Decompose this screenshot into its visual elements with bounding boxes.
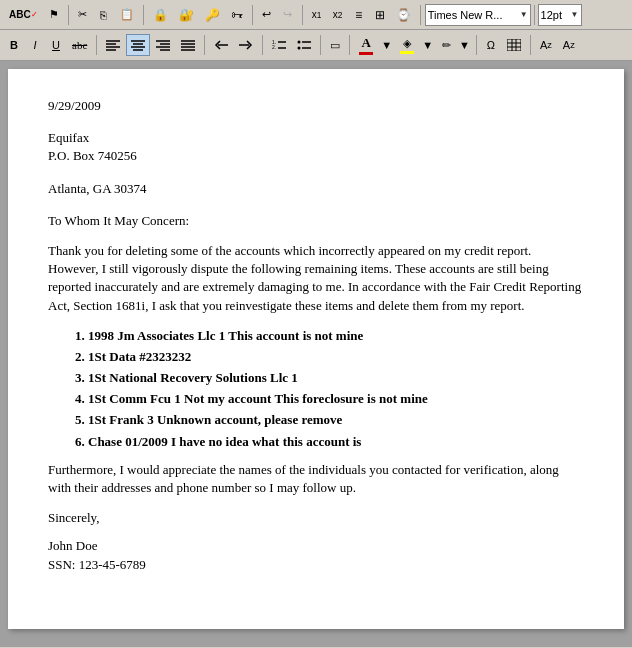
list-item: 1St National Recovery Solutions Llc 1 bbox=[88, 369, 584, 387]
sep3 bbox=[252, 5, 253, 25]
font-dropdown-arrow: ▼ bbox=[520, 10, 528, 19]
doc-addressee: Equifax P.O. Box 740256 bbox=[48, 129, 584, 165]
cut-btn[interactable]: ✂ bbox=[73, 4, 93, 26]
toolbar-group-4: ↩ ↪ bbox=[257, 4, 298, 26]
size-dropdown[interactable]: 12pt ▼ bbox=[538, 4, 582, 26]
redo-btn[interactable]: ↪ bbox=[278, 4, 298, 26]
font-size-display: 12pt bbox=[541, 9, 569, 21]
body-para1-text: Thank you for deleting some of the accou… bbox=[48, 243, 581, 313]
toolbar-group-3: 🔒 🔐 🔑 🗝 bbox=[148, 4, 248, 26]
grid-btn[interactable]: ⊞ bbox=[370, 4, 390, 26]
sep6 bbox=[534, 5, 535, 25]
lock3-btn[interactable]: 🔑 bbox=[200, 4, 225, 26]
doc-salutation: To Whom It May Concern: bbox=[48, 212, 584, 230]
undo-btn[interactable]: ↩ bbox=[257, 4, 277, 26]
highlight-btn[interactable]: ◈ bbox=[395, 34, 419, 56]
doc-date: 9/29/2009 bbox=[48, 97, 584, 115]
spelling-btn[interactable]: ABC ✓ bbox=[4, 4, 43, 26]
svg-point-22 bbox=[298, 41, 301, 44]
list-item: Chase 01/2009 I have no idea what this a… bbox=[88, 433, 584, 451]
body-para2-text: Furthermore, I would appreciate the name… bbox=[48, 462, 559, 495]
list-item: 1St Frank 3 Unknown account, please remo… bbox=[88, 411, 584, 429]
font-selector-group: Times New R... ▼ 12pt ▼ bbox=[425, 4, 582, 26]
subscript2-btn[interactable]: Az bbox=[558, 34, 580, 56]
align-left-btn[interactable] bbox=[101, 34, 125, 56]
sep13 bbox=[530, 35, 531, 55]
lock1-btn[interactable]: 🔒 bbox=[148, 4, 173, 26]
sep5 bbox=[420, 5, 421, 25]
font-color-dropdown[interactable]: ▼ bbox=[379, 34, 394, 56]
pen-btn[interactable]: ✏ bbox=[436, 34, 456, 56]
font-name-display: Times New R... bbox=[428, 9, 518, 21]
strikethrough-btn[interactable]: abc bbox=[67, 34, 92, 56]
align-right-btn[interactable] bbox=[151, 34, 175, 56]
pen-dropdown[interactable]: ▼ bbox=[457, 34, 472, 56]
toolbar-row1: ABC ✓ ⚑ ✂ ⎘ 📋 🔒 🔐 🔑 🗝 ↩ ↪ x1 x2 bbox=[0, 0, 632, 30]
script-group: Az Az bbox=[535, 34, 580, 56]
align-group bbox=[101, 34, 200, 56]
sep2 bbox=[143, 5, 144, 25]
lock2-btn[interactable]: 🔐 bbox=[174, 4, 199, 26]
indent-dec-btn[interactable] bbox=[209, 34, 233, 56]
lock4-btn[interactable]: 🗝 bbox=[226, 4, 248, 26]
address-line1: P.O. Box 740256 bbox=[48, 147, 584, 165]
doc-signature: John Doe SSN: 123-45-6789 bbox=[48, 537, 584, 573]
svg-text:2.: 2. bbox=[272, 44, 276, 50]
align-justify-btn[interactable] bbox=[176, 34, 200, 56]
doc-list: 1998 Jm Associates Llc 1 This account is… bbox=[78, 327, 584, 451]
list-item: 1St Comm Fcu 1 Not my account This forec… bbox=[88, 390, 584, 408]
list-group: 1.2. bbox=[267, 34, 316, 56]
table-btn[interactable] bbox=[502, 34, 526, 56]
ordered-list-btn[interactable]: 1.2. bbox=[267, 34, 291, 56]
bold-btn[interactable]: B bbox=[4, 34, 24, 56]
flag-btn[interactable]: ⚑ bbox=[44, 4, 64, 26]
insert-group: ▭ bbox=[325, 34, 345, 56]
frame-btn[interactable]: ▭ bbox=[325, 34, 345, 56]
toolbar-area: ABC ✓ ⚑ ✂ ⎘ 📋 🔒 🔐 🔑 🗝 ↩ ↪ x1 x2 bbox=[0, 0, 632, 61]
sep9 bbox=[262, 35, 263, 55]
svg-rect-26 bbox=[507, 39, 521, 51]
signer-name: John Doe bbox=[48, 537, 584, 555]
omega-btn[interactable]: Ω bbox=[481, 34, 501, 56]
highlight-dropdown[interactable]: ▼ bbox=[420, 34, 435, 56]
doc-city: Atlanta, GA 30374 bbox=[48, 180, 584, 198]
superscript2-btn[interactable]: Az bbox=[535, 34, 557, 56]
sep1 bbox=[68, 5, 69, 25]
list-item: 1St Data #2323232 bbox=[88, 348, 584, 366]
toolbar-group-2: ✂ ⎘ 📋 bbox=[73, 4, 139, 26]
sep4 bbox=[302, 5, 303, 25]
underline-btn[interactable]: U bbox=[46, 34, 66, 56]
sep10 bbox=[320, 35, 321, 55]
sep7 bbox=[96, 35, 97, 55]
size-dropdown-arrow: ▼ bbox=[571, 10, 579, 19]
sep8 bbox=[204, 35, 205, 55]
date-text: 9/29/2009 bbox=[48, 98, 101, 113]
ssn-line: SSN: 123-45-6789 bbox=[48, 556, 584, 574]
unordered-list-btn[interactable] bbox=[292, 34, 316, 56]
timer-btn[interactable]: ⌚ bbox=[391, 4, 416, 26]
format-group: B I U abc bbox=[4, 34, 92, 56]
city-state-zip: Atlanta, GA 30374 bbox=[48, 181, 147, 196]
subscript-btn[interactable]: x2 bbox=[328, 4, 348, 26]
svg-point-24 bbox=[298, 47, 301, 50]
list-item: 1998 Jm Associates Llc 1 This account is… bbox=[88, 327, 584, 345]
italic-btn[interactable]: I bbox=[25, 34, 45, 56]
sep12 bbox=[476, 35, 477, 55]
doc-area[interactable]: 9/29/2009 Equifax P.O. Box 740256 Atlant… bbox=[0, 61, 632, 647]
indent-group bbox=[209, 34, 258, 56]
doc-page: 9/29/2009 Equifax P.O. Box 740256 Atlant… bbox=[8, 69, 624, 629]
indent-inc-btn[interactable] bbox=[234, 34, 258, 56]
paste-btn[interactable]: 📋 bbox=[115, 4, 139, 26]
company-name: Equifax bbox=[48, 129, 584, 147]
closing-text: Sincerely, bbox=[48, 510, 100, 525]
font-dropdown[interactable]: Times New R... ▼ bbox=[425, 4, 531, 26]
align-center-btn[interactable] bbox=[126, 34, 150, 56]
doc-body-para1: Thank you for deleting some of the accou… bbox=[48, 242, 584, 315]
salutation-text: To Whom It May Concern: bbox=[48, 213, 189, 228]
font-color-btn[interactable]: A bbox=[354, 34, 378, 56]
sep11 bbox=[349, 35, 350, 55]
superscript-btn[interactable]: x1 bbox=[307, 4, 327, 26]
copy-btn[interactable]: ⎘ bbox=[94, 4, 114, 26]
toolbar-group-5: x1 x2 ≡ ⊞ ⌚ bbox=[307, 4, 416, 26]
lines-btn[interactable]: ≡ bbox=[349, 4, 369, 26]
